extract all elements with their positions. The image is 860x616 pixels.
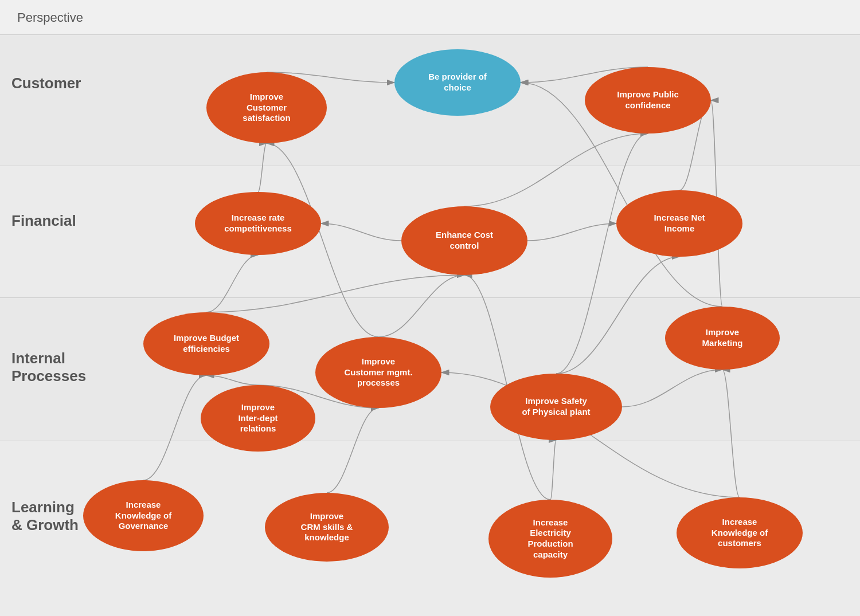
label-financial: Financial (11, 212, 76, 230)
node-improve_public_conf[interactable]: Improve Publicconfidence (585, 67, 711, 134)
node-increase_rate[interactable]: Increase ratecompetitiveness (195, 192, 321, 255)
node-improve_customer_sat[interactable]: ImproveCustomersatisfaction (206, 72, 327, 143)
node-improve_marketing[interactable]: ImproveMarketing (665, 307, 780, 370)
node-improve_customer_mgmt[interactable]: ImproveCustomer mgmt.processes (315, 337, 441, 408)
node-improve_interdept[interactable]: ImproveInter-deptrelations (201, 385, 315, 452)
node-enhance_cost[interactable]: Enhance Costcontrol (401, 206, 527, 275)
node-improve_crm[interactable]: ImproveCRM skills &knowledge (265, 493, 389, 562)
label-learning: Learning & Growth (11, 499, 79, 534)
node-increase_knowledge_cust[interactable]: IncreaseKnowledge ofcustomers (677, 497, 803, 568)
node-increase_electricity[interactable]: IncreaseElectricityProductioncapacity (488, 500, 612, 578)
node-be_provider[interactable]: Be provider ofchoice (394, 49, 521, 116)
perspective-label: Perspective (17, 10, 83, 25)
main-container: Perspective Customer Financial Internal … (0, 0, 860, 616)
node-increase_knowledge_gov[interactable]: IncreaseKnowledge ofGovernance (83, 480, 204, 551)
node-increase_net_income[interactable]: Increase NetIncome (616, 190, 742, 257)
node-improve_safety[interactable]: Improve Safetyof Physical plant (490, 374, 622, 440)
node-improve_budget[interactable]: Improve Budgetefficiencies (143, 312, 269, 375)
label-internal: Internal Processes (11, 350, 86, 385)
label-customer: Customer (11, 74, 81, 92)
